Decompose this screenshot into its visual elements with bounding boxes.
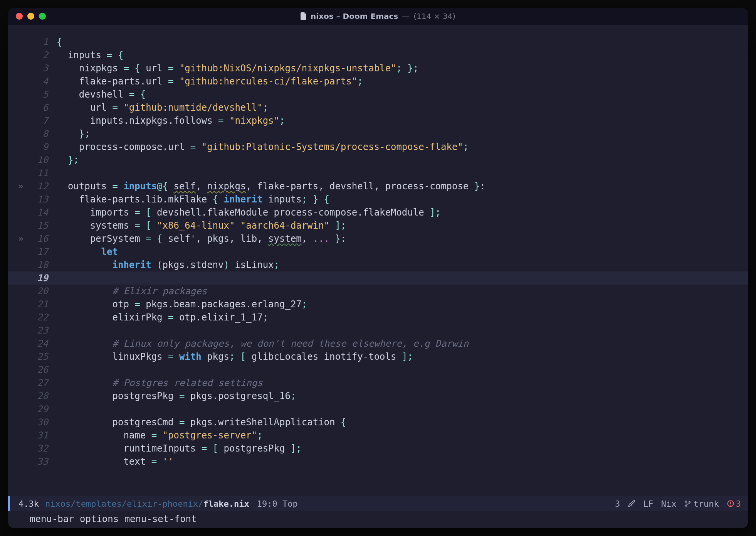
code-line[interactable]: »16 perSystem = { self', pkgs, lib, syst… [8,232,748,245]
code-line[interactable]: 7 inputs.nixpkgs.follows = "nixpkgs"; [8,114,748,127]
gutter-mark [8,114,26,127]
gutter-mark [8,101,26,114]
line-number: 4 [26,75,57,88]
svg-point-2 [689,501,690,503]
line-number: 26 [26,363,57,376]
gutter-mark [8,403,26,416]
line-number: 24 [26,337,57,350]
line-number: 10 [26,153,57,167]
code-line[interactable]: »12 outputs = inputs@{ self, nixpkgs, fl… [8,180,748,193]
titlebar: nixos – Doom Emacs — (114 × 34) [8,8,748,25]
major-mode: Nix [661,499,677,509]
code-line[interactable]: 30 postgresCmd = pkgs.writeShellApplicat… [8,416,748,429]
line-number: 12 [26,180,57,193]
line-number: 8 [26,127,57,140]
git-branch-icon [684,500,691,507]
gutter-mark [8,62,26,75]
code-line[interactable]: 26 [8,363,748,376]
zoom-button[interactable] [39,13,46,20]
line-number: 6 [26,101,57,114]
gutter-mark [8,350,26,363]
minibuffer[interactable]: menu-bar options menu-set-font [8,511,748,528]
line-number: 16 [26,232,57,245]
document-icon [301,12,307,20]
code-line[interactable]: 20 # Elixir packages [8,285,748,298]
code-line[interactable]: 15 systems = [ "x86_64-linux" "aarch64-d… [8,219,748,232]
line-number: 32 [26,442,57,455]
line-number: 7 [26,114,57,127]
gutter-mark [8,258,26,271]
code-line[interactable]: 21 otp = pkgs.beam.packages.erlang_27; [8,298,748,311]
branch-name: trunk [694,499,719,509]
code-content: systems = [ "x86_64-linux" "aarch64-darw… [57,219,346,232]
title-main: nixos – Doom Emacs [311,12,398,21]
code-line[interactable]: 17 let [8,245,748,258]
code-line[interactable]: 28 postgresPkg = pkgs.postgresql_16; [8,389,748,403]
gutter-mark [8,324,26,337]
gutter-mark [8,337,26,350]
code-content: name = "postgres-server"; [57,429,263,442]
code-line[interactable]: 8 }; [8,127,748,140]
checker-count: 3 [615,499,620,509]
code-content: inherit (pkgs.stdenv) isLinux; [57,258,279,271]
code-line[interactable]: 6 url = "github:numtide/devshell"; [8,101,748,114]
svg-point-1 [685,505,687,506]
code-line[interactable]: 14 imports = [ devshell.flakeModule proc… [8,206,748,219]
code-line[interactable]: 23 [8,324,748,337]
line-number: 14 [26,206,57,219]
line-number: 20 [26,285,57,298]
title-dimensions: (114 × 34) [413,12,455,21]
code-line[interactable]: 33 text = '' [8,455,748,468]
line-number: 1 [26,35,57,49]
code-line[interactable]: 32 runtimeInputs = [ postgresPkg ]; [8,442,748,455]
code-content: # Linux only packages, we don't need the… [57,337,469,350]
code-area[interactable]: 1{2 inputs = {3 nixpkgs = { url = "githu… [8,35,748,496]
gutter-mark [8,311,26,324]
minimize-button[interactable] [27,13,34,20]
line-number: 18 [26,258,57,271]
gutter-mark [8,271,26,285]
code-line[interactable]: 4 flake-parts.url = "github:hercules-ci/… [8,75,748,88]
code-content: postgresPkg = pkgs.postgresql_16; [57,389,296,403]
gutter-mark [8,219,26,232]
code-line[interactable]: 3 nixpkgs = { url = "github:NixOS/nixpkg… [8,62,748,75]
code-line[interactable]: 5 devshell = { [8,88,748,101]
code-line[interactable]: 27 # Postgres related settings [8,376,748,389]
code-content: runtimeInputs = [ postgresPkg ]; [57,442,302,455]
editor: 1{2 inputs = {3 nixpkgs = { url = "githu… [8,25,748,528]
window-title: nixos – Doom Emacs — (114 × 34) [8,12,748,21]
code-line[interactable]: 24 # Linux only packages, we don't need … [8,337,748,350]
close-button[interactable] [16,13,23,20]
code-line[interactable]: 10 }; [8,153,748,167]
line-number: 15 [26,219,57,232]
gutter-mark [8,363,26,376]
code-line[interactable]: 9 process-compose.url = "github:Platonic… [8,140,748,153]
code-content: devshell = { [57,88,146,101]
code-line[interactable]: 22 elixirPkg = otp.elixir_1_17; [8,311,748,324]
line-number: 25 [26,350,57,363]
gutter-mark [8,442,26,455]
code-content: outputs = inputs@{ self, nixpkgs, flake-… [57,180,486,193]
line-number: 29 [26,403,57,416]
gutter-mark [8,49,26,62]
code-content: inputs.nixpkgs.follows = "nixpkgs"; [57,114,285,127]
code-line[interactable]: 1{ [8,35,748,49]
code-line[interactable]: 31 name = "postgres-server"; [8,429,748,442]
code-line[interactable]: 2 inputs = { [8,49,748,62]
code-line[interactable]: 18 inherit (pkgs.stdenv) isLinux; [8,258,748,271]
gutter-mark [8,35,26,49]
code-line[interactable]: 19 [8,271,748,285]
error-count: 3 [727,499,741,509]
emacs-window: nixos – Doom Emacs — (114 × 34) 1{2 inpu… [8,8,748,528]
gutter-mark [8,298,26,311]
code-line[interactable]: 25 linuxPkgs = with pkgs; [ glibcLocales… [8,350,748,363]
gutter-mark [8,75,26,88]
gutter-mark [8,193,26,206]
code-line[interactable]: 29 [8,403,748,416]
line-number: 28 [26,389,57,403]
code-line[interactable]: 13 flake-parts.lib.mkFlake { inherit inp… [8,193,748,206]
gutter-mark: » [8,180,26,193]
gutter-mark [8,389,26,403]
code-line[interactable]: 11 [8,167,748,180]
title-sep: — [402,12,410,21]
